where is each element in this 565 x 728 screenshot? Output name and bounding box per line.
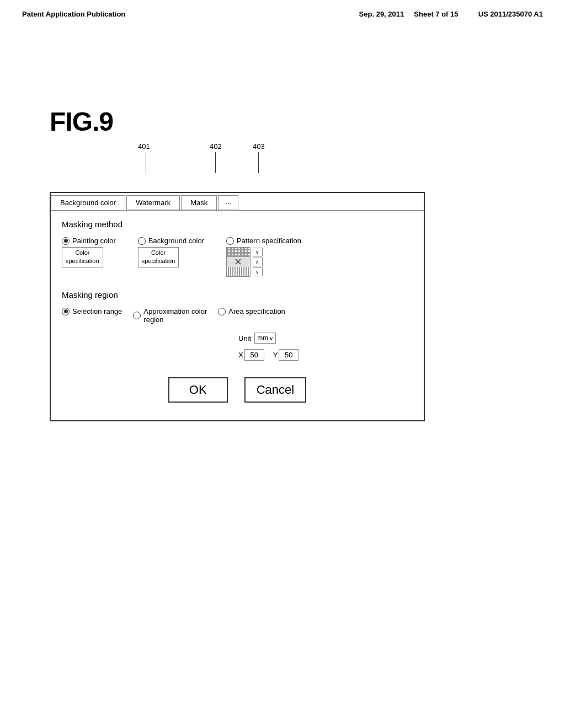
pattern-grid-bot (227, 267, 250, 276)
ref-402-line (215, 152, 216, 173)
dialog-buttons: OK Cancel (62, 377, 413, 411)
unit-dropdown-arrow[interactable]: ∨ (269, 335, 273, 341)
area-spec-radio[interactable] (218, 308, 226, 315)
ref-403: 403 (253, 142, 265, 151)
approx-color-radio-row[interactable]: Approximation color region (133, 307, 207, 324)
approx-color-option: Approximation color region (133, 307, 207, 324)
approx-color-line1: Approximation color (143, 307, 207, 315)
unit-row: Unit mm ∨ (238, 333, 413, 344)
background-color-radio-row[interactable]: Background color (138, 237, 204, 245)
header-left: Patent Application Publication (22, 10, 125, 18)
x-label: X (238, 351, 243, 359)
x-coord-field: X 50 (238, 349, 264, 361)
painting-color-label: Painting color (72, 237, 116, 245)
dialog: Background color Watermark Mask ··· Mask… (50, 192, 425, 421)
approx-color-line2: region (143, 315, 207, 324)
painting-color-spec-btn[interactable]: Colorspecification (62, 247, 103, 267)
approx-color-label: Approximation color region (143, 307, 207, 324)
painting-color-radio-row[interactable]: Painting color (62, 237, 116, 245)
pattern-spec-control: ✕ ∨ ∧ ∨ (226, 247, 263, 277)
approx-color-radio[interactable] (133, 312, 141, 319)
option-pattern-spec: Pattern specification ✕ ∨ ∧ (226, 237, 301, 277)
selection-range-radio[interactable] (62, 308, 70, 315)
y-coord-field: Y 50 (273, 349, 299, 361)
ref-402: 402 (210, 142, 222, 151)
pattern-spec-radio-row[interactable]: Pattern specification (226, 237, 301, 245)
masking-region-section: Masking region Selection range Approxima… (62, 290, 413, 361)
dialog-body: Masking method Painting color Colorspeci… (51, 211, 424, 420)
pattern-arrow-up[interactable]: ∧ (253, 258, 263, 266)
background-color-spec-btn[interactable]: Colorspecification (138, 247, 179, 267)
y-input[interactable]: 50 (279, 349, 299, 361)
x-input[interactable]: 50 (244, 349, 264, 361)
option-background-color: Background color Colorspecification (138, 237, 204, 267)
background-color-label: Background color (148, 237, 204, 245)
reference-container: 401 402 403 (50, 142, 425, 181)
option-painting-color: Painting color Colorspecification (62, 237, 116, 267)
background-color-radio[interactable] (138, 237, 146, 245)
painting-color-radio[interactable] (62, 237, 70, 245)
unit-label: Unit (238, 334, 251, 342)
figure-label: FIG.9 (50, 106, 565, 137)
tab-background-color[interactable]: Background color (51, 195, 125, 210)
ref-403-line (258, 152, 259, 173)
y-label: Y (273, 351, 278, 359)
pattern-arrows: ∨ ∧ ∨ (253, 248, 263, 276)
selection-range-radio-row[interactable]: Selection range (62, 307, 122, 315)
area-spec-inputs: Unit mm ∨ X 50 Y 50 (238, 333, 413, 361)
tab-more[interactable]: ··· (218, 195, 238, 210)
ref-401-line (146, 152, 146, 173)
pattern-preview: ✕ (226, 247, 250, 277)
pattern-arrow-down[interactable]: ∨ (253, 267, 263, 276)
masking-method-title: Masking method (62, 220, 413, 229)
masking-region-title: Masking region (62, 290, 413, 299)
unit-select[interactable]: mm ∨ (254, 333, 276, 344)
header-right: Sep. 29, 2011 Sheet 7 of 15 US 2011/2350… (359, 10, 543, 18)
selection-range-label: Selection range (72, 307, 122, 315)
tab-bar: Background color Watermark Mask ··· (51, 193, 424, 211)
header-patent: US 2011/235070 A1 (478, 10, 543, 18)
tab-watermark[interactable]: Watermark (126, 195, 180, 210)
ok-button[interactable]: OK (168, 377, 228, 403)
ref-labels: 401 402 403 (50, 142, 425, 181)
area-spec-option: Area specification (218, 307, 285, 315)
pattern-spec-radio[interactable] (226, 237, 234, 245)
patent-header: Patent Application Publication Sep. 29, … (0, 0, 565, 18)
coord-row: X 50 Y 50 (238, 349, 413, 361)
area-spec-radio-row[interactable]: Area specification (218, 307, 285, 315)
header-date: Sep. 29, 2011 (359, 10, 404, 18)
masking-method-options: Painting color Colorspecification Backgr… (62, 237, 413, 277)
unit-value: mm (257, 334, 268, 342)
header-sheet: Sheet 7 of 15 (414, 10, 458, 18)
tab-mask[interactable]: Mask (181, 195, 217, 210)
ref-401: 401 (138, 142, 150, 151)
area-spec-label: Area specification (228, 307, 285, 315)
pattern-mid-icon: ✕ (234, 256, 242, 268)
pattern-grid-mid: ✕ (227, 257, 250, 267)
pattern-spec-label: Pattern specification (237, 237, 301, 245)
pattern-arrow-up-top[interactable]: ∨ (253, 248, 263, 256)
masking-region-options: Selection range Approximation color regi… (62, 307, 413, 324)
cancel-button[interactable]: Cancel (244, 377, 306, 403)
